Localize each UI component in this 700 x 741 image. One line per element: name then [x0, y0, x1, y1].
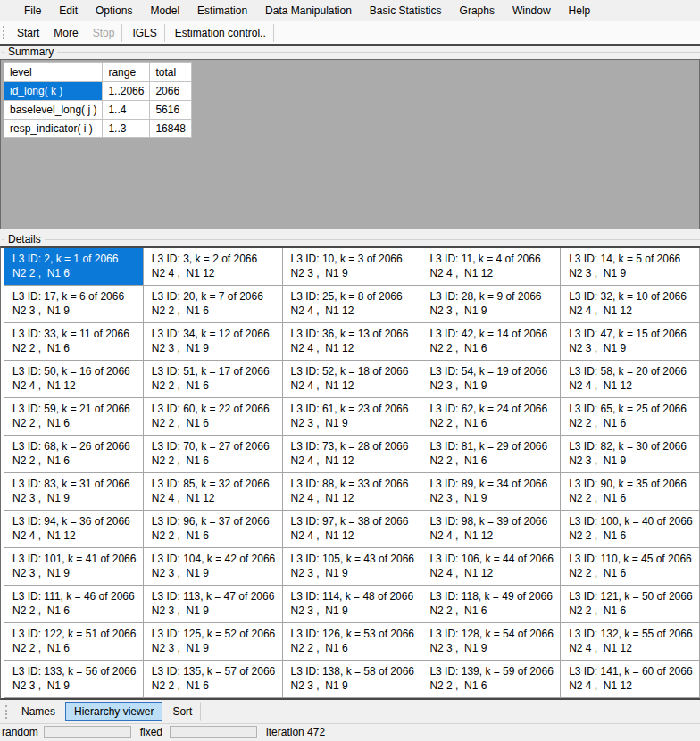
hierarchy-cell[interactable]: L3 ID: 60, k = 22 of 2066 N2 2 , N1 6	[144, 398, 283, 436]
summary-level-cell[interactable]: id_long( k )	[4, 82, 103, 101]
hierarchy-cell[interactable]: L3 ID: 139, k = 59 of 2066 N2 2 , N1 6	[421, 661, 561, 698]
hierarchy-cell[interactable]: L3 ID: 111, k = 46 of 2066 N2 2 , N1 6	[4, 586, 144, 623]
hierarchy-cell[interactable]: L3 ID: 42, k = 14 of 2066 N2 2 , N1 6	[421, 323, 561, 361]
hierarchy-cell[interactable]: L3 ID: 81, k = 29 of 2066 N2 2 , N1 6	[421, 436, 561, 473]
cell-counts-line: N2 2 , N1 6	[12, 604, 141, 618]
toolbar-button[interactable]: Stop	[86, 24, 123, 42]
hierarchy-cell[interactable]: L3 ID: 85, k = 32 of 2066 N2 4 , N1 12	[144, 473, 283, 511]
cell-id-line: L3 ID: 105, k = 43 of 2066	[291, 552, 420, 566]
hierarchy-cell[interactable]: L3 ID: 3, k = 2 of 2066 N2 4 , N1 12	[144, 248, 283, 286]
hierarchy-cell[interactable]: L3 ID: 68, k = 26 of 2066 N2 2 , N1 6	[4, 436, 144, 473]
hierarchy-cell[interactable]: L3 ID: 122, k = 51 of 2066 N2 2 , N1 6	[4, 623, 144, 661]
hierarchy-cell[interactable]: L3 ID: 101, k = 41 of 2066 N2 3 , N1 9	[4, 548, 144, 586]
hierarchy-cell[interactable]: L3 ID: 128, k = 54 of 2066 N2 3 , N1 9	[421, 623, 561, 661]
hierarchy-cell[interactable]: L3 ID: 11, k = 4 of 2066 N2 4 , N1 12	[421, 248, 561, 286]
cell-id-line: L3 ID: 68, k = 26 of 2066	[12, 439, 141, 454]
summary-row[interactable]: id_long( k ) 1..2066 2066	[4, 82, 192, 101]
menu-item[interactable]: Estimation	[188, 1, 256, 21]
hierarchy-cell[interactable]: L3 ID: 51, k = 17 of 2066 N2 2 , N1 6	[144, 361, 283, 398]
cell-counts-line: N2 2 , N1 6	[152, 679, 280, 693]
hierarchy-cell[interactable]: L3 ID: 105, k = 43 of 2066 N2 3 , N1 9	[283, 548, 422, 586]
hierarchy-cell[interactable]: L3 ID: 36, k = 13 of 2066 N2 4 , N1 12	[283, 323, 422, 361]
hierarchy-cell[interactable]: L3 ID: 104, k = 42 of 2066 N2 3 , N1 9	[144, 548, 283, 586]
hierarchy-cell[interactable]: L3 ID: 17, k = 6 of 2066 N2 3 , N1 9	[4, 286, 144, 323]
toolbar-button[interactable]: IGLS	[125, 24, 164, 42]
menu-item[interactable]: Window	[504, 1, 560, 21]
hierarchy-cell[interactable]: L3 ID: 50, k = 16 of 2066 N2 4 , N1 12	[4, 361, 144, 398]
menu-item[interactable]: Graphs	[451, 1, 504, 21]
hierarchy-cell[interactable]: L3 ID: 121, k = 50 of 2066 N2 2 , N1 6	[561, 586, 700, 623]
hierarchy-cell[interactable]: L3 ID: 34, k = 12 of 2066 N2 3 , N1 9	[144, 323, 283, 361]
hierarchy-cell[interactable]: L3 ID: 88, k = 33 of 2066 N2 4 , N1 12	[283, 473, 422, 511]
hierarchy-cell[interactable]: L3 ID: 65, k = 25 of 2066 N2 2 , N1 6	[561, 398, 700, 436]
hierarchy-cell[interactable]: L3 ID: 113, k = 47 of 2066 N2 3 , N1 9	[144, 586, 283, 623]
summary-row[interactable]: resp_indicator( i ) 1..3 16848	[4, 120, 192, 138]
tabbar-grip-handle[interactable]	[5, 705, 7, 719]
hierarchy-cell[interactable]: L3 ID: 132, k = 55 of 2066 N2 4 , N1 12	[561, 623, 700, 661]
hierarchy-cell[interactable]: L3 ID: 28, k = 9 of 2066 N2 3 , N1 9	[421, 286, 561, 323]
menu-item[interactable]: Basic Statistics	[361, 1, 451, 21]
hierarchy-cell[interactable]: L3 ID: 118, k = 49 of 2066 N2 2 , N1 6	[421, 586, 561, 623]
hierarchy-cell[interactable]: L3 ID: 106, k = 44 of 2066 N2 4 , N1 12	[421, 548, 561, 586]
menu-item[interactable]: File	[15, 1, 50, 21]
cell-id-line: L3 ID: 101, k = 41 of 2066	[12, 552, 141, 566]
hierarchy-cell[interactable]: L3 ID: 70, k = 27 of 2066 N2 2 , N1 6	[144, 436, 283, 473]
menu-item[interactable]: Options	[87, 1, 141, 21]
random-label: random	[2, 726, 38, 739]
cell-id-line: L3 ID: 54, k = 19 of 2066	[429, 364, 558, 379]
hierarchy-cell[interactable]: L3 ID: 98, k = 39 of 2066 N2 4 , N1 12	[421, 511, 561, 548]
hierarchy-cell[interactable]: L3 ID: 96, k = 37 of 2066 N2 2 , N1 6	[144, 511, 283, 548]
hierarchy-cell[interactable]: L3 ID: 10, k = 3 of 2066 N2 3 , N1 9	[283, 248, 422, 286]
tab[interactable]: Names	[12, 702, 64, 721]
cell-counts-line: N2 4 , N1 12	[569, 379, 697, 393]
hierarchy-cell[interactable]: L3 ID: 33, k = 11 of 2066 N2 2 , N1 6	[4, 323, 144, 361]
hierarchy-cell[interactable]: L3 ID: 52, k = 18 of 2066 N2 4 , N1 12	[283, 361, 422, 398]
toolbar-button[interactable]: Estimation control..	[168, 24, 274, 42]
cell-id-line: L3 ID: 90, k = 35 of 2066	[569, 477, 697, 491]
hierarchy-cell[interactable]: L3 ID: 32, k = 10 of 2066 N2 4 , N1 12	[561, 286, 700, 323]
summary-row[interactable]: baselevel_long( j ) 1..4 5616	[4, 101, 192, 120]
hierarchy-cell[interactable]: L3 ID: 125, k = 52 of 2066 N2 3 , N1 9	[144, 623, 283, 661]
toolbar-button[interactable]: More	[46, 24, 85, 42]
hierarchy-cell[interactable]: L3 ID: 126, k = 53 of 2066 N2 2 , N1 6	[283, 623, 422, 661]
cell-counts-line: N2 2 , N1 6	[429, 454, 558, 468]
cell-counts-line: N2 2 , N1 6	[569, 529, 697, 543]
hierarchy-cell[interactable]: L3 ID: 89, k = 34 of 2066 N2 3 , N1 9	[421, 473, 561, 511]
tab[interactable]: Hierarchy viewer	[65, 702, 162, 721]
hierarchy-cell[interactable]: L3 ID: 133, k = 56 of 2066 N2 3 , N1 9	[4, 661, 144, 698]
hierarchy-cell[interactable]: L3 ID: 54, k = 19 of 2066 N2 3 , N1 9	[421, 361, 561, 398]
toolbar-button[interactable]: Start	[10, 24, 46, 42]
hierarchy-cell[interactable]: L3 ID: 83, k = 31 of 2066 N2 3 , N1 9	[4, 473, 144, 511]
summary-level-cell[interactable]: resp_indicator( i )	[4, 120, 103, 138]
menu-item[interactable]: Edit	[50, 1, 87, 21]
hierarchy-cell[interactable]: L3 ID: 59, k = 21 of 2066 N2 2 , N1 6	[4, 398, 144, 436]
toolbar-grip-handle[interactable]	[3, 26, 4, 39]
hierarchy-cell[interactable]: L3 ID: 90, k = 35 of 2066 N2 2 , N1 6	[561, 473, 700, 511]
cell-id-line: L3 ID: 60, k = 22 of 2066	[152, 402, 280, 416]
summary-level-cell[interactable]: baselevel_long( j )	[4, 101, 103, 120]
hierarchy-cell[interactable]: L3 ID: 62, k = 24 of 2066 N2 2 , N1 6	[421, 398, 561, 436]
hierarchy-cell[interactable]: L3 ID: 61, k = 23 of 2066 N2 3 , N1 9	[283, 398, 422, 436]
menu-item[interactable]: Help	[560, 1, 600, 21]
hierarchy-cell[interactable]: L3 ID: 73, k = 28 of 2066 N2 4 , N1 12	[283, 436, 422, 473]
hierarchy-cell[interactable]: L3 ID: 25, k = 8 of 2066 N2 4 , N1 12	[283, 286, 422, 323]
hierarchy-cell[interactable]: L3 ID: 14, k = 5 of 2066 N2 3 , N1 9	[561, 248, 700, 286]
hierarchy-cell[interactable]: L3 ID: 138, k = 58 of 2066 N2 3 , N1 9	[283, 661, 422, 698]
hierarchy-cell[interactable]: L3 ID: 94, k = 36 of 2066 N2 4 , N1 12	[4, 511, 144, 548]
menu-item[interactable]: Model	[141, 1, 188, 21]
hierarchy-cell[interactable]: L3 ID: 110, k = 45 of 2066 N2 2 , N1 6	[561, 548, 700, 586]
hierarchy-cell[interactable]: L3 ID: 135, k = 57 of 2066 N2 2 , N1 6	[144, 661, 283, 698]
hierarchy-cell[interactable]: L3 ID: 20, k = 7 of 2066 N2 2 , N1 6	[144, 286, 283, 323]
hierarchy-cell[interactable]: L3 ID: 47, k = 15 of 2066 N2 3 , N1 9	[561, 323, 700, 361]
tab[interactable]: Sort	[163, 702, 201, 721]
cell-counts-line: N2 4 , N1 12	[429, 529, 558, 543]
hierarchy-cell[interactable]: L3 ID: 114, k = 48 of 2066 N2 3 , N1 9	[283, 586, 422, 623]
menu-item[interactable]: Data Manipulation	[256, 1, 361, 21]
hierarchy-cell[interactable]: L3 ID: 2, k = 1 of 2066 N2 2 , N1 6	[4, 248, 144, 286]
hierarchy-cell[interactable]: L3 ID: 141, k = 60 of 2066 N2 4 , N1 12	[561, 661, 700, 698]
hierarchy-cell[interactable]: L3 ID: 58, k = 20 of 2066 N2 4 , N1 12	[561, 361, 700, 398]
hierarchy-cell[interactable]: L3 ID: 100, k = 40 of 2066 N2 2 , N1 6	[561, 511, 700, 548]
hierarchy-cell[interactable]: L3 ID: 82, k = 30 of 2066 N2 3 , N1 9	[561, 436, 700, 473]
hierarchy-cell[interactable]: L3 ID: 97, k = 38 of 2066 N2 4 , N1 12	[283, 511, 422, 548]
tab-bar: NamesHierarchy viewerSort	[0, 700, 700, 723]
